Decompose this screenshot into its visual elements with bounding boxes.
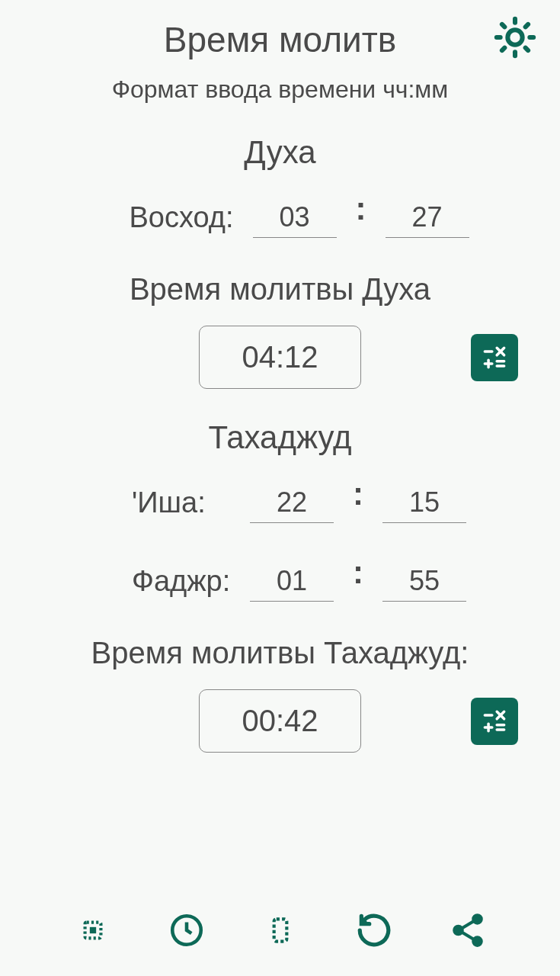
fajr-minutes-input[interactable] [382,561,466,602]
colon-separator: : [353,476,363,512]
sunrise-hours-input[interactable] [253,197,337,238]
svg-line-31 [462,933,474,940]
nav-vibrate-icon[interactable] [258,907,303,953]
isha-label: 'Иша: [94,486,231,519]
svg-line-8 [526,24,528,27]
colon-separator: : [356,191,366,227]
tahajjud-result-time: 00:42 [199,689,360,753]
svg-line-4 [526,48,528,50]
isha-hours-input[interactable] [250,483,334,523]
calculator-icon [480,343,509,372]
fajr-hours-input[interactable] [250,561,334,602]
svg-line-7 [502,48,504,50]
svg-point-29 [473,937,481,945]
format-hint: Формат ввода времени чч:мм [0,75,560,104]
duha-calculate-button[interactable] [471,334,518,381]
calculator-icon [480,707,509,736]
tahajjud-section-title: Тахаджуд [0,419,560,456]
svg-rect-26 [274,919,286,941]
nav-share-icon[interactable] [445,907,491,953]
page-title: Время молитв [164,19,396,60]
svg-point-0 [507,30,522,44]
sunrise-minutes-input[interactable] [386,197,469,238]
sunrise-label: Восход: [91,201,233,234]
svg-line-3 [502,24,504,27]
duha-result-label: Время молитвы Духа [0,272,560,307]
sun-icon[interactable] [493,15,537,63]
isha-minutes-input[interactable] [382,483,466,523]
nav-refresh-icon[interactable] [351,907,397,953]
nav-chip-icon[interactable] [70,907,116,953]
tahajjud-result-label: Время молитвы Тахаджуд: [0,636,560,670]
fajr-label: Фаджр: [94,565,231,598]
duha-section-title: Духа [0,134,560,171]
tahajjud-calculate-button[interactable] [471,698,518,745]
duha-result-time: 04:12 [199,326,360,389]
colon-separator: : [353,554,363,591]
svg-point-28 [454,926,462,934]
svg-rect-24 [89,927,95,933]
svg-point-27 [473,915,481,923]
nav-clock-icon[interactable] [164,907,210,953]
svg-line-30 [462,921,474,929]
